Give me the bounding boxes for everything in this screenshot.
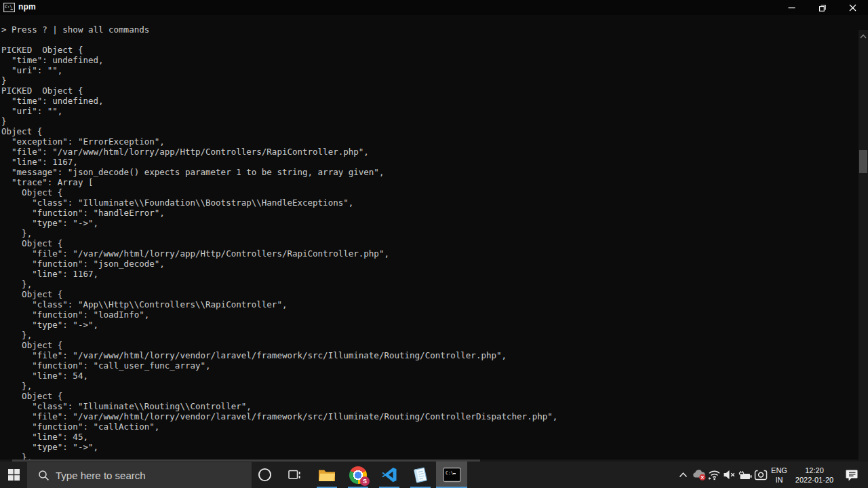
taskbar: S C:\ [0,462,868,488]
taskbar-app-chrome[interactable]: S [342,462,374,488]
task-view-icon [288,469,301,481]
cortana-button[interactable] [252,462,277,488]
task-view-button[interactable] [280,462,309,488]
vertical-scrollbar-thumb[interactable] [859,150,867,173]
onedrive-error-icon [692,468,707,481]
tray-onedrive-button[interactable] [691,462,707,488]
wifi-icon [707,469,722,481]
clock-time: 12:20 [805,466,824,475]
action-center-button[interactable] [842,462,861,488]
language-region: IN [776,475,783,485]
svg-text:C:\: C:\ [446,470,454,476]
battery-charging-icon [737,470,752,481]
cmd-window-icon: C:\ [3,3,15,12]
volume-muted-icon [723,470,736,480]
chrome-profile-badge: S [360,476,370,486]
scroll-up-arrow-icon[interactable] [859,31,868,41]
taskbar-app-file-explorer[interactable] [311,462,342,488]
command-prompt-icon: C:\ [443,467,461,483]
taskbar-app-command-prompt[interactable]: C:\ [436,462,467,488]
language-code: ENG [771,466,787,475]
taskbar-app-vscode[interactable] [374,462,405,488]
terminal-output-area[interactable]: > Press ? | show all commands PICKED Obj… [0,15,868,462]
action-center-icon [845,468,859,481]
svg-text:C:\: C:\ [5,4,12,9]
close-icon [849,4,856,12]
vertical-scrollbar[interactable] [859,30,868,476]
search-icon [38,470,50,481]
minimize-icon [788,4,795,12]
file-explorer-icon [318,468,336,483]
desktop-screen: C:\ npm > Press ? | show all commands PI… [0,0,868,488]
taskbar-app-notepad[interactable] [405,462,436,488]
cortana-icon [258,468,272,482]
tray-chevron-up-button[interactable] [675,462,691,488]
window-titlebar[interactable]: C:\ npm [0,0,868,15]
tray-battery-button[interactable] [736,462,752,488]
meet-now-icon [754,469,768,481]
tray-clock[interactable]: 12:20 2022-01-20 [787,462,842,488]
start-button[interactable] [0,462,27,488]
tray-network-button[interactable] [707,462,722,488]
chrome-icon: S [349,466,367,484]
close-button[interactable] [837,0,868,15]
tray-volume-button[interactable] [722,462,737,488]
search-input[interactable] [56,470,239,481]
notepad-icon [412,466,429,484]
tray-meet-now-button[interactable] [753,462,768,488]
vscode-icon [381,466,398,483]
restore-button[interactable] [807,0,837,15]
minimize-button[interactable] [776,0,807,15]
windows-logo-icon [8,469,20,481]
chevron-up-icon [679,472,688,478]
clock-date: 2022-01-20 [795,475,833,485]
window-title: npm [18,2,36,12]
terminal-text: > Press ? | show all commands PICKED Obj… [1,24,557,462]
restore-icon [818,3,827,12]
taskbar-search-box[interactable] [27,462,252,488]
